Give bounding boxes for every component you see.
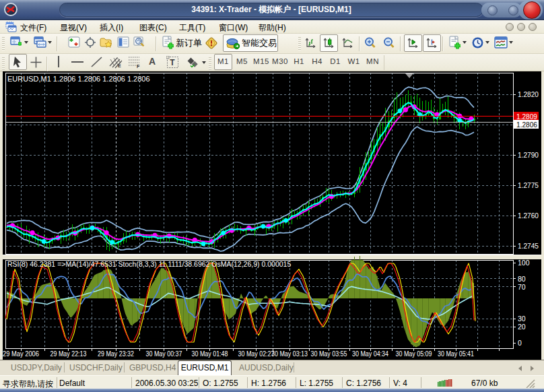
svg-text:1.2809: 1.2809 — [516, 112, 537, 121]
svg-text:30 May 04:34: 30 May 04:34 — [352, 350, 388, 358]
svg-text:F: F — [137, 64, 140, 69]
svg-text:30 May 00:37: 30 May 00:37 — [146, 350, 182, 358]
svg-text:100: 100 — [518, 259, 530, 267]
svg-text:1.2745: 1.2745 — [518, 242, 539, 250]
svg-text:30: 30 — [518, 315, 526, 323]
svg-text:80: 80 — [518, 275, 526, 283]
svg-text:RSI(8) 46.2381 =>MA(14)/47.65: RSI(8) 46.2381 =>MA(14)/47.6531 Stoch(8,… — [7, 260, 291, 268]
svg-text:20: 20 — [518, 323, 526, 331]
svg-text:29 May 22:13: 29 May 22:13 — [50, 350, 87, 358]
svg-text:1.2820: 1.2820 — [518, 90, 539, 98]
svg-text:30 May 03:13: 30 May 03:13 — [271, 350, 308, 358]
svg-text:30 May 03:55: 30 May 03:55 — [311, 350, 347, 358]
svg-text:30 May 01:48: 30 May 01:48 — [192, 350, 228, 358]
svg-text:0: 0 — [518, 339, 522, 347]
svg-text:EURUSD,M1 1.2806 1.2806 1.280: EURUSD,M1 1.2806 1.2806 1.2806 1.2806 — [7, 75, 150, 83]
svg-text:29 May 23:32: 29 May 23:32 — [98, 350, 134, 358]
svg-text:1.2790: 1.2790 — [518, 151, 539, 159]
svg-text:30 May 05:09: 30 May 05:09 — [396, 350, 432, 358]
svg-text:1.2760: 1.2760 — [518, 211, 539, 220]
svg-text:70: 70 — [518, 283, 526, 291]
svg-text:1.2806: 1.2806 — [516, 121, 537, 129]
svg-text:30 May 02:27: 30 May 02:27 — [238, 350, 275, 358]
svg-text:E: E — [118, 63, 121, 68]
svg-text:1.2775: 1.2775 — [518, 181, 539, 189]
svg-text:T: T — [170, 58, 175, 67]
svg-text:29 May 2006: 29 May 2006 — [3, 350, 39, 358]
svg-text:30 May 05:41: 30 May 05:41 — [438, 350, 474, 358]
